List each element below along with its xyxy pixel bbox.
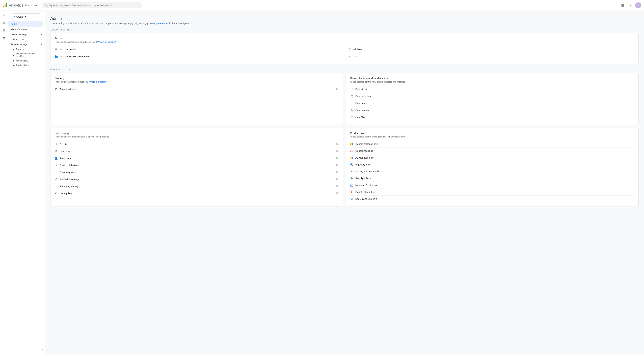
reporting-identity-label: Reporting identity (60, 185, 78, 188)
nav-reports-btn[interactable]: ▦ (1, 19, 8, 26)
audiences-item[interactable]: 👤 Audiences ⓘ (54, 155, 339, 162)
property-settings-label: Property settings (11, 43, 27, 45)
events-item[interactable]: ✦ Events ⓘ (54, 141, 339, 148)
svg-point-9 (351, 164, 352, 165)
property-settings-section-header[interactable]: Property settings ▾ (8, 42, 45, 47)
sidebar-account[interactable]: ▶ Account (8, 37, 44, 42)
reporting-identity-icon: ≡ (54, 185, 58, 188)
all-filters-help-icon[interactable]: ⓘ (632, 47, 634, 51)
account-details-item[interactable]: ⊟ Account details ⓘ (54, 46, 341, 53)
events-help-icon[interactable]: ⓘ (336, 142, 339, 146)
search-ads-360-links-item[interactable]: Search Ads 360 links (350, 195, 634, 202)
grid-icon-btn[interactable]: ⊞ (619, 2, 626, 9)
data-streams-icon: ⇄ (350, 88, 353, 91)
dv360-links-item[interactable]: Display & Video 360 links (350, 168, 634, 175)
account-settings-chevron-icon: ▾ (41, 33, 42, 36)
property-top-row: Property These settings affect your prop… (50, 73, 639, 125)
property-card: Property These settings affect your prop… (50, 73, 343, 125)
floodlight-links-item[interactable]: Floodlight links (350, 175, 634, 182)
account-access-help-icon[interactable]: ⓘ (338, 55, 341, 58)
attribution-settings-item[interactable]: ↺ Attribution settings ⓘ (54, 176, 339, 183)
plus-icon: + (14, 15, 16, 18)
property-details-icon: ⊟ (54, 88, 58, 91)
ad-manager-links-item[interactable]: Ad Manager links (350, 154, 634, 161)
sidebar-my-preferences[interactable]: My preferences (8, 27, 44, 32)
key-events-icon: ⚑ (54, 150, 58, 153)
property-details-item[interactable]: ⊟ Property details ⓘ (54, 86, 339, 93)
property-details-help-icon[interactable]: ⓘ (336, 87, 339, 91)
product-links-card-desc: These settings control which products li… (350, 136, 634, 138)
collapse-sidebar-btn[interactable]: ‹ (42, 348, 44, 351)
property-details-label: Property details (60, 88, 76, 91)
trash-icon: 🗑 (348, 55, 351, 58)
attribution-settings-help-icon[interactable]: ⓘ (336, 177, 339, 181)
svg-line-14 (352, 199, 353, 200)
sidebar-property[interactable]: ▶ Property (8, 47, 44, 51)
reporting-identity-help-icon[interactable]: ⓘ (336, 184, 339, 188)
whats-property-link[interactable]: What's a property? (89, 81, 107, 83)
search-input[interactable] (49, 4, 140, 7)
nav-explore-btn[interactable]: ◎ (1, 27, 8, 33)
google-play-links-label: Google Play links (355, 191, 374, 193)
debugview-help-icon[interactable]: ⓘ (336, 191, 339, 195)
data-collection-card: Data collection and modification These s… (346, 73, 639, 125)
channel-groups-help-icon[interactable]: ⓘ (336, 171, 339, 174)
key-events-item[interactable]: ⚑ Key events ⓘ (54, 148, 339, 155)
debugview-item[interactable]: ⚙ DebugView ⓘ (54, 190, 339, 197)
trash-help-icon[interactable]: ⓘ (632, 55, 634, 58)
account-settings-section-header[interactable]: Account settings ▾ (8, 32, 45, 37)
custom-definitions-item[interactable]: ✧ Custom definitions ⓘ (54, 162, 339, 169)
create-button[interactable]: + Create ▾ (11, 13, 42, 20)
data-import-item[interactable]: ↑ Data import ⓘ (350, 100, 634, 107)
data-collection-card-title: Data collection and modification (350, 77, 634, 80)
data-import-help-icon[interactable]: ⓘ (632, 101, 634, 105)
whats-account-link[interactable]: What's an account? (98, 41, 116, 43)
merchant-center-links-item[interactable]: Merchant Center links (350, 182, 634, 189)
data-filters-help-icon[interactable]: ⓘ (632, 116, 634, 119)
search-bar[interactable]: 🔍 (42, 2, 142, 8)
sidebar-data-collection[interactable]: ▶ Data collection and modifica... (8, 51, 44, 58)
app-name: Analytics (9, 3, 24, 7)
bigquery-links-label: BigQuery links (355, 163, 370, 166)
adsense-links-item[interactable]: Google AdSense links (350, 141, 634, 148)
property-label: Property (16, 48, 24, 50)
sidebar-data-display[interactable]: ▶ Data display (8, 58, 44, 63)
google-play-links-item[interactable]: Google Play links (350, 189, 634, 195)
channel-groups-item[interactable]: ↑ Channel groups ⓘ (54, 169, 339, 176)
data-collection-item[interactable]: ◫ Data collection ⓘ (350, 93, 634, 100)
all-accounts-btn[interactable]: All accounts ▾ (25, 4, 37, 6)
data-import-label: Data import (355, 102, 368, 105)
admin-label: Admin (11, 23, 18, 25)
data-collection-help-icon[interactable]: ⓘ (632, 94, 634, 98)
nav-home-btn[interactable]: ⌂ (1, 12, 8, 19)
data-retention-help-icon[interactable]: ⓘ (632, 109, 634, 112)
audiences-icon: 👤 (54, 157, 58, 160)
my-preferences-label: My preferences (11, 28, 27, 31)
data-filters-label: Data filters (355, 116, 366, 119)
data-filters-item[interactable]: ▽ Data filters ⓘ (350, 114, 634, 121)
google-ads-links-item[interactable]: Google Ads links (350, 148, 634, 154)
sidebar-product-links[interactable]: ▶ Product links (8, 63, 44, 67)
my-preferences-link[interactable]: My preferences (152, 22, 168, 25)
audiences-help-icon[interactable]: ⓘ (336, 156, 339, 160)
floodlight-icon (350, 177, 353, 180)
data-retention-item[interactable]: ✎ Data retention ⓘ (350, 107, 634, 114)
svg-rect-0 (3, 6, 4, 7)
account-access-item[interactable]: 👥 Account access management ⓘ (54, 53, 341, 60)
avatar[interactable]: A (635, 2, 641, 8)
svg-rect-3 (350, 143, 352, 145)
reports-icon: ▦ (2, 21, 5, 25)
data-streams-item[interactable]: ⇄ Data streams ⓘ (350, 86, 634, 93)
nav-advertising-btn[interactable]: ◉ (1, 34, 8, 41)
key-events-help-icon[interactable]: ⓘ (336, 149, 339, 153)
custom-definitions-help-icon[interactable]: ⓘ (336, 164, 339, 167)
bigquery-links-item[interactable]: BigQuery links (350, 161, 634, 168)
help-icon-btn[interactable]: ? (627, 2, 634, 9)
trash-item[interactable]: 🗑 Trash ⓘ (348, 53, 634, 60)
data-collection-icon: ◫ (350, 95, 353, 98)
data-streams-help-icon[interactable]: ⓘ (632, 87, 634, 91)
reporting-identity-item[interactable]: ≡ Reporting identity ⓘ (54, 183, 339, 190)
account-details-help-icon[interactable]: ⓘ (338, 47, 341, 51)
all-filters-item[interactable]: ▽ All filters ⓘ (348, 46, 634, 53)
sidebar-admin[interactable]: Admin (8, 21, 44, 27)
